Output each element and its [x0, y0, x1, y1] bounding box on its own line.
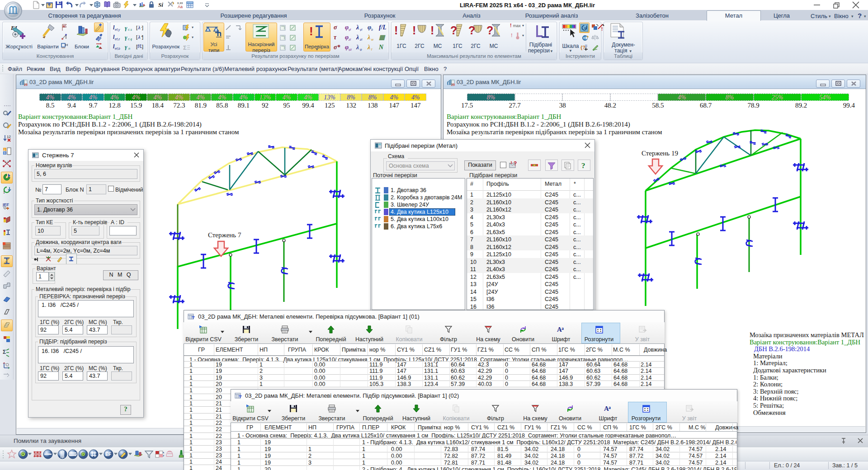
svg-text:[: [	[136, 34, 137, 40]
svg-text:ef,z: ef,z	[115, 38, 120, 41]
svg-text:?: ?	[486, 24, 493, 37]
svg-text:!: !	[601, 27, 603, 31]
svg-text:φ: φ	[345, 44, 349, 51]
svg-text:λ: λ	[356, 44, 359, 51]
svg-text:▦: ▦	[379, 34, 386, 41]
svg-text:γ: γ	[125, 24, 127, 31]
svg-text:c.s: c.s	[128, 28, 132, 31]
svg-text:25: 25	[24, 83, 28, 86]
svg-text:N: N	[378, 44, 384, 51]
svg-text:zl: zl	[359, 38, 363, 41]
svg-text:]: ]	[142, 25, 143, 30]
svg-text:w: w	[371, 38, 374, 41]
svg-text:Aa: Aa	[178, 5, 183, 9]
svg-text:B: B	[4, 151, 6, 155]
svg-text:σ: σ	[334, 24, 337, 31]
svg-text:f/L: f/L	[379, 24, 386, 31]
svg-text:λ: λ	[356, 24, 359, 31]
svg-text:!: !	[309, 24, 313, 38]
svg-text:H: H	[66, 43, 68, 47]
svg-text:x,xx: x,xx	[177, 1, 183, 5]
svg-text:25: 25	[451, 83, 455, 86]
svg-text:a: a	[609, 405, 611, 410]
svg-text:ef,b: ef,b	[115, 47, 120, 50]
svg-text:φ: φ	[368, 24, 371, 31]
svg-text:γ: γ	[125, 43, 127, 50]
svg-text:λ: λ	[356, 34, 359, 41]
svg-text:ĮEF: ĮEF	[3, 202, 9, 207]
svg-text:φ: φ	[360, 48, 362, 51]
svg-text:λ: λ	[137, 34, 140, 40]
svg-text:zl: zl	[348, 38, 351, 41]
svg-text:?: ?	[468, 24, 475, 37]
svg-text:yl: yl	[348, 28, 351, 31]
svg-text:1.2: 1.2	[5, 160, 9, 163]
svg-text:R: R	[63, 25, 65, 28]
svg-text:φ: φ	[345, 34, 349, 41]
svg-text:]: ]	[142, 44, 143, 49]
svg-text:!: !	[394, 24, 398, 37]
svg-text:f: f	[371, 48, 373, 51]
svg-text:γ: γ	[125, 34, 127, 41]
svg-text:!: !	[430, 24, 434, 37]
svg-text:?: ?	[514, 160, 517, 167]
svg-text:1: 1	[3, 191, 5, 194]
svg-text:1: 1	[510, 160, 513, 164]
svg-text:τ: τ	[334, 34, 337, 41]
svg-text:]: ]	[142, 34, 143, 40]
svg-text:yl: yl	[359, 28, 363, 31]
svg-text:!: !	[412, 24, 416, 37]
svg-text:ef,y: ef,y	[115, 28, 120, 32]
svg-text:λ: λ	[367, 34, 370, 41]
svg-text:c.φ: c.φ	[128, 38, 132, 41]
svg-text:Σ: Σ	[3, 349, 6, 355]
svg-text:12: 12	[7, 135, 11, 139]
svg-text:n: n	[128, 47, 130, 50]
svg-text:?: ?	[581, 161, 585, 170]
svg-text:a: a	[561, 326, 564, 331]
svg-text:[: [	[136, 25, 137, 30]
svg-text:Si: Si	[158, 1, 163, 8]
svg-text:yz: yz	[348, 48, 352, 51]
svg-text:?: ?	[450, 24, 457, 37]
svg-text:2: 2	[4, 148, 5, 151]
svg-text:b: b	[371, 28, 373, 31]
svg-text:σ*: σ*	[334, 44, 341, 51]
svg-text:Σ: Σ	[183, 44, 187, 51]
svg-text:φ: φ	[345, 24, 349, 31]
svg-text:λ: λ	[137, 25, 140, 30]
svg-text:EF: EF	[105, 452, 111, 457]
svg-text:λ: λ	[367, 44, 370, 51]
